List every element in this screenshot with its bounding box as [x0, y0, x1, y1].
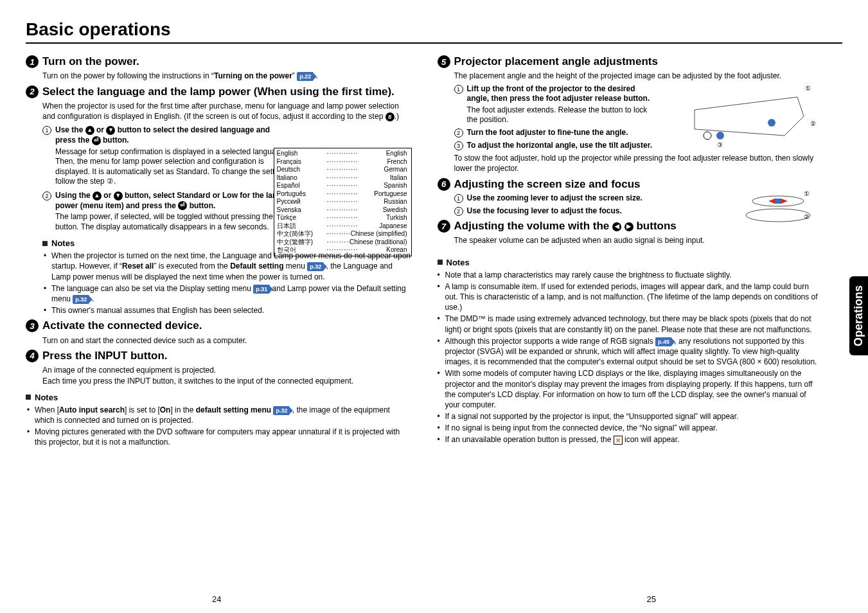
- enter-icon: ⏎: [92, 136, 101, 145]
- note-item: When [Auto input search] is set to [On] …: [35, 405, 412, 425]
- step-3-body: Turn on and start the connected device s…: [42, 335, 412, 346]
- up-icon: ▲: [93, 191, 102, 200]
- svg-marker-10: [781, 199, 788, 204]
- page-ref-22[interactable]: p.22: [297, 72, 314, 81]
- page-title: Basic operations: [26, 19, 842, 44]
- svg-text:①: ①: [805, 85, 811, 92]
- svg-marker-9: [768, 199, 775, 204]
- language-row: Español············· Spanish: [277, 182, 407, 190]
- s5-sub1-body: The foot adjuster extends. Release the b…: [467, 105, 656, 125]
- step-7-title: Adjusting the volume with the ◀ ▶ button…: [454, 220, 677, 233]
- svg-text:②: ②: [810, 120, 816, 127]
- left-column: 1 Turn on the power. Turn on the power b…: [26, 51, 412, 449]
- note-item: The language can also be set via the Dis…: [51, 283, 412, 304]
- substep-1: 1: [454, 85, 463, 94]
- enter-icon: ⏎: [178, 201, 187, 210]
- side-tab-operations: Operations: [849, 276, 868, 355]
- s5-sub2-title: Turn the foot adjuster to fine-tune the …: [467, 128, 628, 138]
- note-item: The DMD™ is made using extremely advance…: [445, 314, 824, 334]
- page-number-left: 24: [212, 594, 221, 604]
- step-2-title: Select the language and the lamp power (…: [42, 85, 394, 98]
- projector-diagram: ① ② ③: [669, 71, 823, 155]
- step-6-title: Adjusting the screen size and focus: [454, 178, 641, 191]
- step-5-badge: 5: [438, 55, 450, 68]
- language-row: Deutsch············· German: [277, 166, 407, 174]
- svg-text:①: ①: [804, 190, 810, 197]
- substep-1: 1: [454, 194, 463, 203]
- svg-rect-8: [775, 199, 781, 204]
- language-row: 日本語············· Japanese: [277, 222, 407, 231]
- step-3-title: Activate the connected device.: [42, 319, 202, 332]
- substep-2: 2: [454, 207, 463, 216]
- substep-1-body: Message for setup confirmation is displa…: [55, 147, 289, 187]
- language-row: Русский············· Russian: [277, 198, 407, 206]
- language-row: Svenska············· Swedish: [277, 206, 407, 215]
- svg-text:③: ③: [717, 141, 723, 148]
- step-3-badge: 3: [26, 319, 39, 332]
- note-item: Note that a lamp characteristics may rar…: [445, 270, 824, 280]
- svg-point-0: [768, 119, 775, 127]
- step-1-title: Turn on the power.: [42, 55, 139, 68]
- page-ref-45[interactable]: p.45: [655, 337, 672, 346]
- page-ref-32[interactable]: p.32: [273, 406, 290, 415]
- notes-icon: [42, 241, 48, 246]
- step-4-badge: 4: [26, 350, 39, 362]
- step-7-badge: 7: [438, 220, 450, 233]
- note-item: Although this projector supports a wide …: [445, 336, 824, 368]
- step-4-title: Press the INPUT button.: [42, 350, 168, 362]
- s5-sub3-title: To adjust the horizontal angle, use the …: [467, 141, 652, 151]
- note-item: With some models of computer having LCD …: [445, 368, 824, 410]
- right-column: 5 Projector placement angle adjustments …: [438, 51, 843, 449]
- ref-step-6: 6: [385, 112, 394, 121]
- notes-label: Notes: [447, 258, 470, 267]
- page-ref-32[interactable]: p.32: [307, 262, 324, 271]
- s5-sub1-title: Lift up the front of the projector to th…: [467, 84, 656, 104]
- step-4-body: An image of the connected equipment is p…: [42, 365, 412, 386]
- substep-1-title: Use the ▲ or ▼ button to select the desi…: [55, 125, 289, 145]
- substep-3: 3: [454, 141, 463, 150]
- note-item: If an unavailable operation button is pr…: [445, 434, 824, 445]
- language-row: Türkçe············· Turkish: [277, 214, 407, 222]
- substep-2-body: The lamp power, if selected, will be tog…: [55, 212, 289, 232]
- step-2-body: When the projector is used for the first…: [42, 101, 412, 121]
- substep-2: 2: [454, 129, 463, 138]
- note-item: A lamp is consumable item. If used for e…: [445, 281, 824, 313]
- s6-sub1: Use the zooming lever to adjust the scre…: [467, 193, 642, 204]
- language-row: English············· English: [277, 150, 407, 158]
- left-icon: ◀: [612, 222, 621, 231]
- step-6-badge: 6: [438, 178, 450, 191]
- lever-diagram: ① ②: [740, 188, 817, 227]
- language-row: Français············· French: [277, 158, 407, 166]
- note-item: This owner's manual assumes that English…: [51, 305, 412, 315]
- page-number-right: 25: [647, 594, 656, 604]
- down-icon: ▼: [114, 191, 123, 200]
- right-icon: ▶: [624, 222, 633, 231]
- s6-sub2: Use the focusing lever to adjust the foc…: [467, 206, 622, 217]
- language-row: 中文(简体字)············· Chinese (simplified…: [277, 230, 407, 238]
- step-2-badge: 2: [26, 85, 39, 98]
- notes-label: Notes: [35, 393, 58, 402]
- note-item: If a signal not supported by the project…: [445, 411, 824, 422]
- substep-2-title: Using the ▲ or ▼ button, select Standard…: [55, 191, 289, 211]
- svg-point-1: [716, 132, 724, 139]
- step-1-body: Turn on the power by following the instr…: [42, 71, 412, 81]
- notes-icon: [438, 260, 443, 265]
- substep-2: 2: [42, 191, 51, 200]
- down-icon: ▼: [106, 126, 115, 135]
- step-1-badge: 1: [26, 55, 39, 68]
- language-table: English············· EnglishFrançais····…: [274, 148, 412, 256]
- note-item: If no signal is being input from the con…: [445, 423, 824, 433]
- svg-point-7: [746, 209, 810, 222]
- svg-point-2: [704, 132, 711, 139]
- note-item: Moving pictures generated with the DVD s…: [35, 427, 412, 447]
- x-icon: ✕: [614, 436, 623, 445]
- page-ref-32[interactable]: p.32: [73, 295, 89, 304]
- notes-icon: [26, 395, 31, 400]
- page-ref-31[interactable]: p.31: [253, 285, 270, 294]
- substep-1: 1: [42, 126, 51, 135]
- language-row: Português············· Portuguese: [277, 190, 407, 199]
- language-row: 中文(繁體字)············· Chinese (traditiona…: [277, 238, 407, 247]
- svg-text:②: ②: [804, 213, 810, 220]
- notes-label: Notes: [51, 238, 75, 248]
- language-row: Italiano············· Italian: [277, 174, 407, 182]
